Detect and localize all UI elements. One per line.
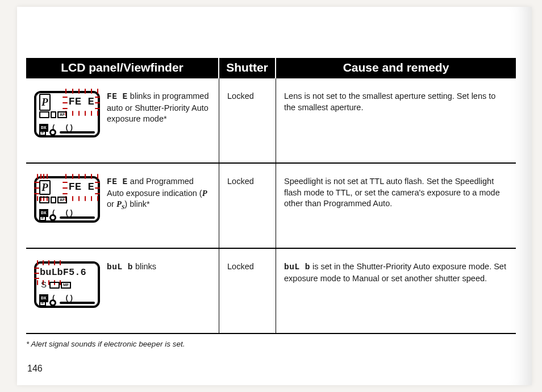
remedy-body: is set in the Shutter-Priority Auto expo… [284,262,506,283]
lcd-description: FE E blinks in programmed auto or Shutte… [107,91,211,125]
table-row: P FE E AF [26,78,516,164]
lcd-description: FE E and Programmed Auto exposure indica… [107,176,211,211]
lcd-segment-icon [39,197,49,203]
lcd-code: FE E [107,92,128,101]
remedy-text: Speedlight is not set at TTL auto flash.… [276,164,516,248]
mode-indicator-icon: P [39,180,51,195]
lcd-readout: buLbF5.6 [39,267,87,278]
shutter-status: Locked [219,164,276,248]
description-text: ) blink* [124,199,149,208]
troubleshoot-table: P FE E AF [26,78,516,334]
af-indicator-icon: AF [57,197,67,203]
s-box-icon [39,299,46,306]
lcd-segment-icon [39,111,49,118]
shutter-status: Locked [219,249,276,333]
lcd-segment-icon [49,282,60,289]
lcd-segment-icon [51,197,56,203]
header-shutter: Shutter [219,58,276,78]
s-box-icon [39,214,46,221]
header-lcd: LCD panel/Viewfinder [26,58,219,78]
shutter-status: Locked [219,78,276,162]
remedy-text: Lens is not set to the smallest aperture… [276,78,516,162]
header-remedy: Cause and remedy [276,58,516,78]
s-box-icon [39,129,46,136]
page-number: 146 [27,364,43,374]
lcd-readout: FE E [68,181,95,193]
table-row: buLbF5.6 S MF DX [26,249,516,334]
table-header: LCD panel/Viewfinder Shutter Cause and r… [26,58,516,78]
mode-symbol: P [116,199,122,208]
focus-dot-icon [49,129,56,136]
table-row: P FE E [26,164,516,249]
lcd-description: buL b blinks [107,261,156,273]
lcd-icon: buLbF5.6 S MF DX [34,261,100,308]
remedy-text: buL b is set in the Shutter-Priority Aut… [276,249,516,333]
description-text: or [107,199,116,208]
exposure-bar-icon [60,131,95,134]
lcd-code: buL b [107,262,133,272]
mode-symbol: P [202,189,207,198]
mf-indicator-icon: MF [61,282,71,289]
lcd-code: buL b [284,262,310,272]
af-indicator-icon: AF [57,111,67,118]
lcd-icon: P FE E [34,176,100,223]
exposure-bar-icon [60,216,95,219]
mode-indicator-icon: S [39,279,48,291]
lcd-readout: FE E [68,95,95,108]
lcd-segment-icon [51,111,56,118]
exposure-bar-icon [60,302,95,304]
mode-indicator-icon: P [39,94,51,111]
lcd-code: FE E [107,177,128,186]
focus-dot-icon [49,299,56,306]
footnote: * Alert signal sounds if electronic beep… [26,340,516,348]
lcd-icon: P FE E AF [34,91,100,137]
description-text: blinks [133,262,156,271]
focus-dot-icon [49,214,56,221]
